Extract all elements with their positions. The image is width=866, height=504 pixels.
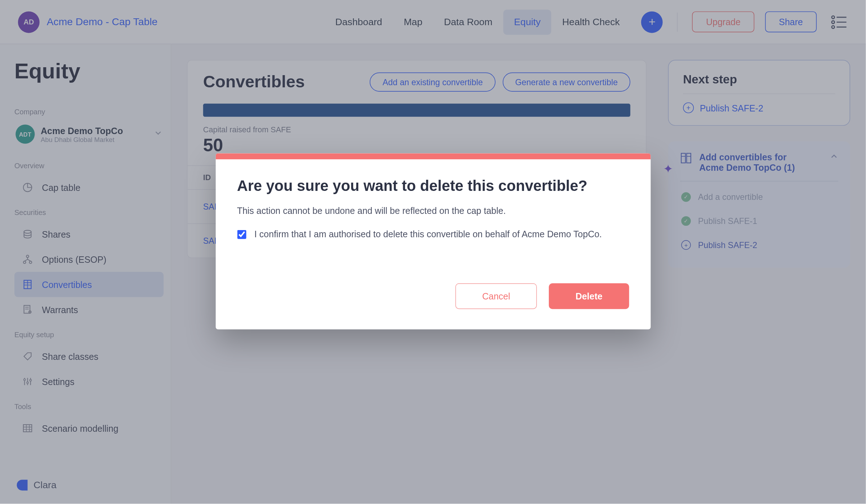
confirm-checkbox[interactable]: [237, 230, 246, 239]
modal-description: This action cannot be undone and will be…: [237, 205, 629, 215]
delete-confirm-modal: Are you sure you want to delete this con…: [215, 153, 651, 329]
delete-button[interactable]: Delete: [549, 283, 629, 309]
modal-title: Are you sure you want to delete this con…: [237, 177, 629, 194]
cancel-button[interactable]: Cancel: [455, 283, 537, 309]
confirm-text: I confirm that I am authorised to delete…: [254, 228, 602, 241]
modal-warning-stripe: [215, 153, 651, 159]
